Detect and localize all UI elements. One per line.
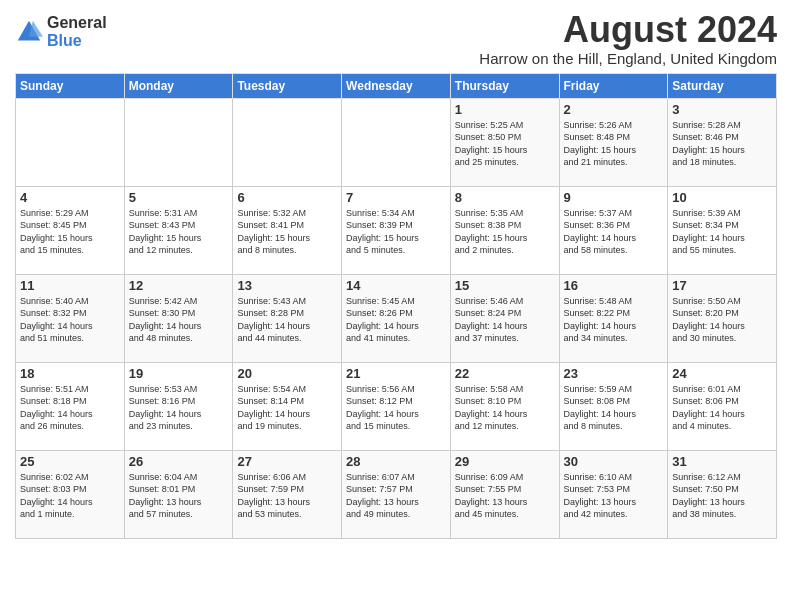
day-info: Sunrise: 5:43 AM Sunset: 8:28 PM Dayligh… <box>237 295 337 345</box>
day-info: Sunrise: 6:02 AM Sunset: 8:03 PM Dayligh… <box>20 471 120 521</box>
day-number: 24 <box>672 366 772 381</box>
calendar-cell: 26Sunrise: 6:04 AM Sunset: 8:01 PM Dayli… <box>124 450 233 538</box>
calendar-cell: 17Sunrise: 5:50 AM Sunset: 8:20 PM Dayli… <box>668 274 777 362</box>
calendar-cell: 3Sunrise: 5:28 AM Sunset: 8:46 PM Daylig… <box>668 98 777 186</box>
day-number: 31 <box>672 454 772 469</box>
day-info: Sunrise: 6:01 AM Sunset: 8:06 PM Dayligh… <box>672 383 772 433</box>
day-info: Sunrise: 6:06 AM Sunset: 7:59 PM Dayligh… <box>237 471 337 521</box>
day-number: 5 <box>129 190 229 205</box>
calendar-cell: 11Sunrise: 5:40 AM Sunset: 8:32 PM Dayli… <box>16 274 125 362</box>
calendar-cell: 22Sunrise: 5:58 AM Sunset: 8:10 PM Dayli… <box>450 362 559 450</box>
calendar-cell: 14Sunrise: 5:45 AM Sunset: 8:26 PM Dayli… <box>342 274 451 362</box>
day-number: 18 <box>20 366 120 381</box>
day-number: 4 <box>20 190 120 205</box>
day-info: Sunrise: 5:25 AM Sunset: 8:50 PM Dayligh… <box>455 119 555 169</box>
day-number: 10 <box>672 190 772 205</box>
day-number: 19 <box>129 366 229 381</box>
calendar-cell: 9Sunrise: 5:37 AM Sunset: 8:36 PM Daylig… <box>559 186 668 274</box>
day-number: 3 <box>672 102 772 117</box>
day-number: 28 <box>346 454 446 469</box>
day-info: Sunrise: 5:31 AM Sunset: 8:43 PM Dayligh… <box>129 207 229 257</box>
day-info: Sunrise: 5:26 AM Sunset: 8:48 PM Dayligh… <box>564 119 664 169</box>
day-number: 12 <box>129 278 229 293</box>
week-row-3: 11Sunrise: 5:40 AM Sunset: 8:32 PM Dayli… <box>16 274 777 362</box>
day-header-sunday: Sunday <box>16 73 125 98</box>
subtitle: Harrow on the Hill, England, United King… <box>479 50 777 67</box>
calendar-cell: 21Sunrise: 5:56 AM Sunset: 8:12 PM Dayli… <box>342 362 451 450</box>
day-number: 25 <box>20 454 120 469</box>
day-number: 8 <box>455 190 555 205</box>
calendar-cell: 10Sunrise: 5:39 AM Sunset: 8:34 PM Dayli… <box>668 186 777 274</box>
day-header-thursday: Thursday <box>450 73 559 98</box>
day-info: Sunrise: 5:48 AM Sunset: 8:22 PM Dayligh… <box>564 295 664 345</box>
day-info: Sunrise: 5:34 AM Sunset: 8:39 PM Dayligh… <box>346 207 446 257</box>
calendar-cell: 1Sunrise: 5:25 AM Sunset: 8:50 PM Daylig… <box>450 98 559 186</box>
day-info: Sunrise: 5:42 AM Sunset: 8:30 PM Dayligh… <box>129 295 229 345</box>
day-info: Sunrise: 5:29 AM Sunset: 8:45 PM Dayligh… <box>20 207 120 257</box>
calendar-cell: 24Sunrise: 6:01 AM Sunset: 8:06 PM Dayli… <box>668 362 777 450</box>
day-number: 13 <box>237 278 337 293</box>
day-info: Sunrise: 5:35 AM Sunset: 8:38 PM Dayligh… <box>455 207 555 257</box>
day-info: Sunrise: 5:46 AM Sunset: 8:24 PM Dayligh… <box>455 295 555 345</box>
day-info: Sunrise: 5:58 AM Sunset: 8:10 PM Dayligh… <box>455 383 555 433</box>
day-info: Sunrise: 5:32 AM Sunset: 8:41 PM Dayligh… <box>237 207 337 257</box>
calendar-cell: 16Sunrise: 5:48 AM Sunset: 8:22 PM Dayli… <box>559 274 668 362</box>
day-info: Sunrise: 6:07 AM Sunset: 7:57 PM Dayligh… <box>346 471 446 521</box>
day-number: 16 <box>564 278 664 293</box>
day-info: Sunrise: 5:40 AM Sunset: 8:32 PM Dayligh… <box>20 295 120 345</box>
day-info: Sunrise: 6:04 AM Sunset: 8:01 PM Dayligh… <box>129 471 229 521</box>
day-header-friday: Friday <box>559 73 668 98</box>
week-row-1: 1Sunrise: 5:25 AM Sunset: 8:50 PM Daylig… <box>16 98 777 186</box>
day-info: Sunrise: 5:37 AM Sunset: 8:36 PM Dayligh… <box>564 207 664 257</box>
calendar-cell: 15Sunrise: 5:46 AM Sunset: 8:24 PM Dayli… <box>450 274 559 362</box>
calendar-cell <box>16 98 125 186</box>
calendar-cell: 7Sunrise: 5:34 AM Sunset: 8:39 PM Daylig… <box>342 186 451 274</box>
day-info: Sunrise: 5:51 AM Sunset: 8:18 PM Dayligh… <box>20 383 120 433</box>
week-row-5: 25Sunrise: 6:02 AM Sunset: 8:03 PM Dayli… <box>16 450 777 538</box>
logo: General Blue <box>15 14 107 49</box>
calendar-cell: 23Sunrise: 5:59 AM Sunset: 8:08 PM Dayli… <box>559 362 668 450</box>
page-header: General Blue August 2024 Harrow on the H… <box>15 10 777 67</box>
day-header-wednesday: Wednesday <box>342 73 451 98</box>
day-header-tuesday: Tuesday <box>233 73 342 98</box>
day-info: Sunrise: 6:10 AM Sunset: 7:53 PM Dayligh… <box>564 471 664 521</box>
day-number: 20 <box>237 366 337 381</box>
calendar-cell: 29Sunrise: 6:09 AM Sunset: 7:55 PM Dayli… <box>450 450 559 538</box>
calendar-cell: 12Sunrise: 5:42 AM Sunset: 8:30 PM Dayli… <box>124 274 233 362</box>
title-block: August 2024 Harrow on the Hill, England,… <box>479 10 777 67</box>
week-row-2: 4Sunrise: 5:29 AM Sunset: 8:45 PM Daylig… <box>16 186 777 274</box>
logo-blue-text: Blue <box>47 32 107 50</box>
day-number: 11 <box>20 278 120 293</box>
calendar-cell: 27Sunrise: 6:06 AM Sunset: 7:59 PM Dayli… <box>233 450 342 538</box>
calendar-cell: 5Sunrise: 5:31 AM Sunset: 8:43 PM Daylig… <box>124 186 233 274</box>
main-title: August 2024 <box>479 10 777 50</box>
day-info: Sunrise: 5:59 AM Sunset: 8:08 PM Dayligh… <box>564 383 664 433</box>
logo-icon <box>15 18 43 46</box>
day-number: 22 <box>455 366 555 381</box>
day-number: 14 <box>346 278 446 293</box>
day-info: Sunrise: 5:56 AM Sunset: 8:12 PM Dayligh… <box>346 383 446 433</box>
day-number: 17 <box>672 278 772 293</box>
day-number: 2 <box>564 102 664 117</box>
day-info: Sunrise: 5:45 AM Sunset: 8:26 PM Dayligh… <box>346 295 446 345</box>
calendar-cell: 30Sunrise: 6:10 AM Sunset: 7:53 PM Dayli… <box>559 450 668 538</box>
day-number: 15 <box>455 278 555 293</box>
calendar-cell: 31Sunrise: 6:12 AM Sunset: 7:50 PM Dayli… <box>668 450 777 538</box>
calendar-cell: 20Sunrise: 5:54 AM Sunset: 8:14 PM Dayli… <box>233 362 342 450</box>
week-row-4: 18Sunrise: 5:51 AM Sunset: 8:18 PM Dayli… <box>16 362 777 450</box>
day-info: Sunrise: 5:39 AM Sunset: 8:34 PM Dayligh… <box>672 207 772 257</box>
calendar-cell: 8Sunrise: 5:35 AM Sunset: 8:38 PM Daylig… <box>450 186 559 274</box>
day-number: 30 <box>564 454 664 469</box>
day-number: 27 <box>237 454 337 469</box>
calendar-cell <box>124 98 233 186</box>
day-number: 1 <box>455 102 555 117</box>
day-number: 7 <box>346 190 446 205</box>
calendar-table: SundayMondayTuesdayWednesdayThursdayFrid… <box>15 73 777 539</box>
calendar-cell: 28Sunrise: 6:07 AM Sunset: 7:57 PM Dayli… <box>342 450 451 538</box>
calendar-cell <box>233 98 342 186</box>
calendar-cell: 4Sunrise: 5:29 AM Sunset: 8:45 PM Daylig… <box>16 186 125 274</box>
day-info: Sunrise: 5:54 AM Sunset: 8:14 PM Dayligh… <box>237 383 337 433</box>
day-info: Sunrise: 5:28 AM Sunset: 8:46 PM Dayligh… <box>672 119 772 169</box>
calendar-cell <box>342 98 451 186</box>
calendar-header-row: SundayMondayTuesdayWednesdayThursdayFrid… <box>16 73 777 98</box>
